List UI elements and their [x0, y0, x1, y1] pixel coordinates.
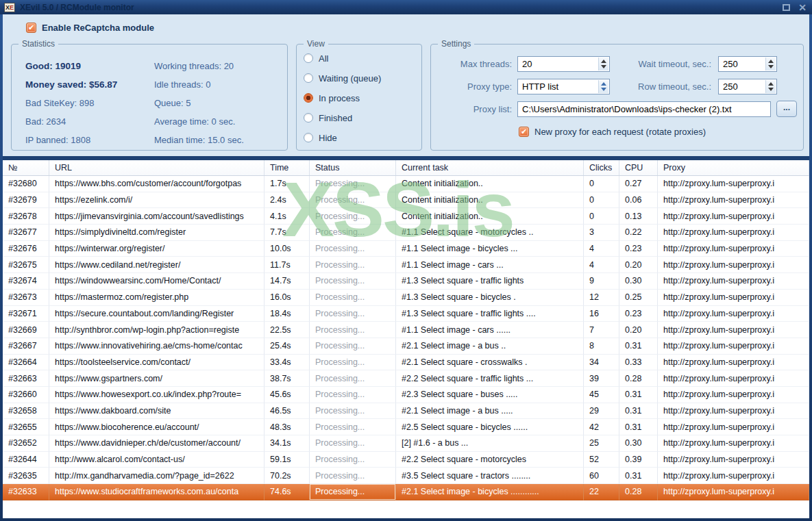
cell-no: #32652 [3, 435, 49, 452]
cell-url: https://secure.countabout.com/landing/Re… [49, 306, 264, 322]
cell-status: Processing... [310, 452, 396, 468]
column-header[interactable]: № [3, 160, 49, 175]
spin-up-icon[interactable] [768, 60, 774, 63]
table-row[interactable]: #32671https://secure.countabout.com/land… [3, 306, 809, 322]
column-header[interactable]: Clicks [584, 160, 619, 175]
radio-icon [304, 113, 313, 123]
close-icon[interactable]: ✕ [798, 4, 807, 11]
enable-recaptcha-checkbox[interactable]: ✔ Enable ReCaptcha module [26, 21, 804, 34]
column-header[interactable]: Current task [396, 160, 584, 175]
radio-selected-icon [304, 93, 313, 103]
maximize-icon[interactable] [783, 4, 790, 11]
proxy-type-select[interactable]: HTTP list [517, 79, 610, 94]
proxy-list-input[interactable]: C:\Users\Administrator\Downloads\ips-che… [517, 101, 771, 117]
table-row[interactable]: #32652https://www.davidnieper.ch/de/cust… [3, 435, 809, 452]
view-option-label: Finished [319, 113, 352, 123]
table-row[interactable]: #32664https://toolsteelservice.com/conta… [3, 355, 809, 371]
combo-down-icon[interactable] [601, 88, 606, 91]
cell-time: 74.6s [264, 484, 310, 500]
stat-item: Queue: 5 [154, 98, 244, 108]
cell-proxy: http://zproxy.lum-superproxy.i [658, 435, 809, 452]
cell-cpu: 0.27 [619, 176, 658, 192]
proxy-type-value: HTTP list [522, 81, 558, 92]
table-row[interactable]: #32673https://mastermoz.com/register.php… [3, 290, 809, 306]
cell-proxy: http://zproxy.lum-superproxy.i [658, 306, 809, 322]
proxy-list-value: C:\Users\Administrator\Downloads\ips-che… [522, 104, 732, 114]
table-row[interactable]: #32680https://www.bhs.com/customer/accou… [3, 176, 809, 192]
cell-time: 7.7s [264, 225, 310, 241]
cell-clicks: 52 [584, 452, 619, 468]
table-row[interactable]: #32678https://jimevansvirginia.com/accou… [3, 208, 809, 225]
table-row[interactable]: #32667https://www.innovativehiring.ae/cm… [3, 338, 809, 355]
stat-item: Average time: 0 sec. [154, 116, 244, 127]
table-row-selected[interactable]: #32633https://www.studiocraftframeworks.… [3, 484, 809, 500]
cell-url: https://www.bhs.com/customer/account/for… [49, 176, 264, 192]
view-option-all[interactable]: All [304, 53, 421, 64]
table-header-row: №URLTimeStatusCurrent taskClicksCPUProxy [3, 160, 809, 176]
settings-group: Settings Max threads: 20 Wait [430, 44, 804, 151]
table-row[interactable]: #32663https://www.gspartners.com/38.7sPr… [3, 370, 809, 387]
combo-up-icon[interactable] [601, 82, 606, 86]
table-row[interactable]: #32655https://www.biocoherence.eu/accoun… [3, 419, 809, 435]
row-timeout-spinner[interactable]: 250 [718, 79, 777, 94]
table-row[interactable]: #32677https://simplydivineltd.com/regist… [3, 225, 809, 241]
cell-clicks: 8 [584, 338, 619, 355]
spin-up-icon[interactable] [601, 60, 606, 63]
cell-task: Content initialization.. [396, 208, 584, 225]
wait-timeout-spinner[interactable]: 250 [718, 56, 777, 72]
table-row[interactable]: #32676https://winterwar.org/register/10.… [3, 241, 809, 257]
view-option-label: All [319, 53, 328, 64]
browse-button[interactable]: ... [776, 101, 797, 117]
table-row[interactable]: #32644http://www.alcarol.com/contact-us/… [3, 452, 809, 468]
column-header[interactable]: URL [49, 160, 264, 175]
view-option-hide[interactable]: Hide [304, 132, 421, 143]
column-header[interactable]: CPU [619, 160, 658, 175]
spin-up-icon[interactable] [768, 82, 774, 86]
cell-cpu: 0.06 [619, 192, 658, 209]
cell-status: Processing... [310, 290, 396, 306]
stat-item: Bad SiteKey: 898 [25, 98, 154, 108]
cell-proxy: http://zproxy.lum-superproxy.i [658, 176, 809, 192]
cell-clicks: 45 [584, 387, 619, 403]
table-row[interactable]: #32674https://windowwearsinc.com/Home/Co… [3, 273, 809, 290]
cell-cpu: 0.23 [619, 241, 658, 257]
enable-recaptcha-label: Enable ReCaptcha module [42, 23, 154, 33]
cell-time: 18.4s [264, 306, 310, 322]
rotate-proxies-checkbox[interactable]: ✔ New proxy for each request (rotate pro… [519, 127, 706, 137]
table-row[interactable]: #32675https://www.cediland.net/register/… [3, 257, 809, 273]
view-option-waiting-queue[interactable]: Waiting (queue) [304, 73, 421, 84]
cell-proxy: http://zproxy.lum-superproxy.i [658, 484, 809, 500]
max-threads-spinner[interactable]: 20 [517, 56, 610, 72]
cell-cpu: 0.28 [619, 484, 658, 500]
cell-cpu: 0.30 [619, 435, 658, 452]
cell-task: #1.1 Select image - cars ...... [396, 322, 584, 338]
table-row[interactable]: #32669http://synthbror.com/wp-login.php?… [3, 322, 809, 338]
cell-status: Processing... [310, 484, 396, 500]
cell-task: #1.3 Select square - traffic lights [396, 273, 584, 290]
cell-cpu: 0.31 [619, 403, 658, 420]
table-row[interactable]: #32658https://www.dakboard.com/site46.5s… [3, 403, 809, 420]
table-row[interactable]: #32660https://www.howesexport.co.uk/inde… [3, 387, 809, 403]
cell-task: #2.1 Select image - a bus ..... [396, 403, 584, 420]
tasks-table: №URLTimeStatusCurrent taskClicksCPUProxy… [3, 156, 809, 518]
view-option-in-process[interactable]: In process [304, 92, 421, 103]
cell-no: #32658 [3, 403, 49, 420]
table-row[interactable]: #32635http://mx.gandharvamedia.com/?page… [3, 468, 809, 484]
row-timeout-value: 250 [723, 81, 738, 92]
cell-task: #1.3 Select square - traffic lights .... [396, 306, 584, 322]
table-row[interactable]: #32679https://ezelink.com/i/2.4sProcessi… [3, 192, 809, 209]
column-header[interactable]: Time [264, 160, 310, 175]
cell-task: #1.1 Select image - cars ... [396, 257, 584, 273]
cell-no: #32679 [3, 192, 49, 209]
spin-down-icon[interactable] [768, 88, 774, 91]
cell-time: 22.5s [264, 322, 310, 338]
cell-clicks: 9 [584, 273, 619, 290]
stat-item: Working threads: 20 [154, 61, 244, 71]
cell-no: #32664 [3, 355, 49, 371]
column-header[interactable]: Proxy [658, 160, 809, 175]
max-threads-row: Max threads: 20 Wait timeout, sec.: 2 [438, 55, 803, 72]
spin-down-icon[interactable] [768, 65, 774, 68]
view-option-finished[interactable]: Finished [304, 112, 421, 123]
spin-down-icon[interactable] [601, 65, 606, 68]
column-header[interactable]: Status [310, 160, 396, 175]
